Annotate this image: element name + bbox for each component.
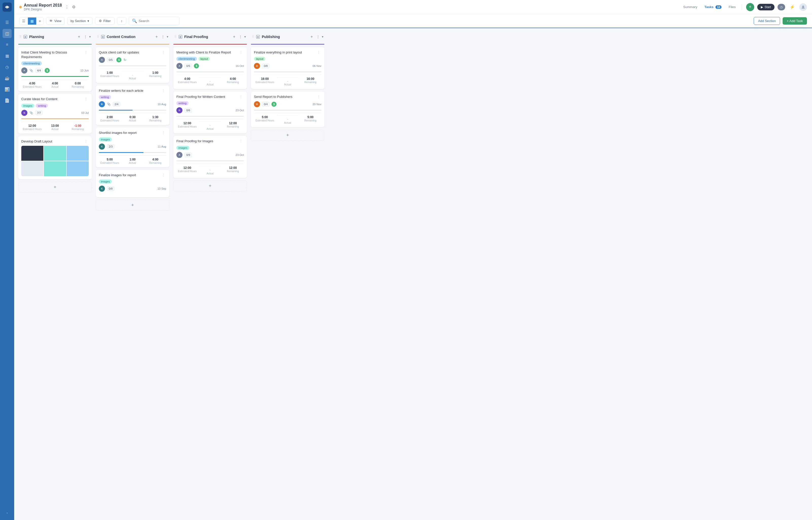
- tag-images[interactable]: images: [99, 137, 112, 141]
- view-toggle-group: ☰ ▦ ≡: [19, 17, 44, 25]
- column-add-button[interactable]: +: [154, 34, 159, 39]
- column-menu-dots[interactable]: ⋮: [161, 35, 165, 39]
- sidebar-item-time[interactable]: ◷: [3, 62, 12, 72]
- card-meta: A0/5$↻: [99, 57, 166, 63]
- card-menu-dots[interactable]: ⋮: [83, 97, 89, 101]
- card-c12[interactable]: Send Report to Publishers ⋮ D0/4$20 Nov …: [251, 92, 324, 127]
- column-add-button[interactable]: +: [232, 34, 237, 39]
- sidebar-item-coffee[interactable]: ☕: [3, 74, 12, 83]
- tag-clientmeeting[interactable]: clientmeeting: [21, 61, 42, 66]
- subtask-count: 4/4: [37, 69, 41, 72]
- card-menu-dots[interactable]: ⋮: [316, 95, 321, 99]
- project-settings-icon[interactable]: ⚙: [72, 5, 76, 9]
- card-menu-dots[interactable]: ⋮: [161, 173, 166, 177]
- card-c5[interactable]: Finalize writers for each article ⋮ writ…: [96, 85, 169, 125]
- clock-icon: ◷: [780, 5, 783, 9]
- card-c9[interactable]: Final Proofing for Written Content ⋮ wri…: [173, 92, 247, 133]
- card-c4[interactable]: Quick client call for updates ⋮ A0/5$↻ 1…: [96, 47, 169, 83]
- card-menu-dots[interactable]: ⋮: [238, 50, 244, 54]
- sidebar-item-reports[interactable]: 📊: [3, 85, 12, 94]
- tag-layout[interactable]: layout: [198, 57, 210, 61]
- card-hours: 2:00 Estimated Hours 0:30 Actual 1:30 Re…: [99, 113, 166, 122]
- column-collapse-button[interactable]: ▾: [322, 35, 323, 38]
- tag-writing[interactable]: writing: [177, 101, 189, 105]
- column-menu-dots[interactable]: ⋮: [316, 35, 320, 39]
- card-menu-dots[interactable]: ⋮: [161, 50, 166, 54]
- tag-layout[interactable]: layout: [254, 57, 265, 61]
- card-menu-dots[interactable]: ⋮: [238, 95, 244, 99]
- project-menu-dots[interactable]: ⋮: [64, 4, 70, 10]
- tag-images[interactable]: images: [177, 146, 189, 150]
- column-drag-handle[interactable]: ⠿: [252, 35, 254, 38]
- sidebar-item-tasks[interactable]: ≡: [3, 40, 12, 49]
- tag-writing[interactable]: writing: [36, 104, 48, 108]
- tag-clientmeeting[interactable]: clientmeeting: [177, 57, 197, 61]
- card-c7[interactable]: Finalize images for report ⋮ images C0/8…: [96, 170, 169, 197]
- sidebar-collapse-button[interactable]: ›: [3, 508, 12, 517]
- column-add-button[interactable]: +: [77, 34, 82, 39]
- column-collapse-button[interactable]: ▾: [167, 35, 168, 38]
- sidebar-item-docs[interactable]: 📄: [3, 96, 12, 105]
- card-c3[interactable]: Develop Draft Layout ⋮: [18, 136, 92, 179]
- tab-summary[interactable]: Summary: [681, 4, 700, 10]
- column-header-planning: ⠿ ▦ Planning + ⋮ ▾: [18, 32, 92, 41]
- lightning-button[interactable]: ⚡: [788, 3, 796, 11]
- card-c10[interactable]: Final Proofing for Images ⋮ images A0/92…: [173, 136, 247, 178]
- column-collapse-button[interactable]: ▾: [89, 35, 91, 38]
- sidebar-item-projects[interactable]: ◫: [3, 29, 12, 38]
- sidebar-item-calendar[interactable]: ▦: [3, 51, 12, 60]
- card-menu-dots[interactable]: ⋮: [161, 131, 166, 135]
- sidebar-item-list[interactable]: ☰: [3, 18, 12, 27]
- board-view-button[interactable]: ▦: [28, 18, 36, 25]
- column-drag-handle[interactable]: ⠿: [97, 35, 99, 38]
- app-logo[interactable]: [3, 3, 12, 12]
- card-menu-dots[interactable]: ⋮: [238, 139, 244, 143]
- estimated-hours-value: 12:00: [177, 122, 198, 125]
- column-menu-dots[interactable]: ⋮: [239, 35, 242, 39]
- card-menu-dots[interactable]: ⋮: [83, 139, 89, 143]
- view-selector[interactable]: 👁 View: [46, 17, 64, 25]
- column-add-button[interactable]: +: [309, 34, 314, 39]
- add-card-button-planning[interactable]: +: [18, 182, 92, 193]
- column-menu-dots[interactable]: ⋮: [84, 35, 87, 39]
- card-c11[interactable]: Finalize everything in print layout ⋮ la…: [251, 47, 324, 89]
- sort-button[interactable]: ↕: [117, 17, 127, 25]
- add-task-button[interactable]: + Add Task: [783, 17, 807, 25]
- tab-tasks[interactable]: Tasks 18: [702, 4, 724, 10]
- add-card-button-publishing[interactable]: +: [251, 130, 324, 141]
- start-button[interactable]: ▶ Start: [757, 4, 775, 10]
- search-input[interactable]: [139, 19, 176, 23]
- card-c6[interactable]: Shortlist images for report ⋮ images C2/…: [96, 128, 169, 167]
- card-menu-dots[interactable]: ⋮: [161, 88, 166, 93]
- estimated-hours: 12:00 Estimated Hours: [177, 122, 198, 130]
- subtask-badge: 0/8: [107, 186, 114, 191]
- column-progress-bar: [18, 44, 92, 45]
- add-section-button[interactable]: Add Section: [754, 17, 780, 25]
- tag-images[interactable]: images: [99, 180, 112, 184]
- actual-hours-label: Actual: [44, 85, 66, 88]
- time-button[interactable]: ◷: [778, 4, 785, 10]
- table-view-button[interactable]: ≡: [36, 18, 43, 25]
- user-avatar[interactable]: [799, 3, 807, 11]
- column-collapse-button[interactable]: ▾: [244, 35, 246, 38]
- tab-files[interactable]: Files: [727, 4, 737, 10]
- add-card-button-content-creation[interactable]: +: [96, 200, 169, 211]
- card-menu-dots[interactable]: ⋮: [316, 50, 321, 54]
- tag-writing[interactable]: writing: [99, 95, 111, 99]
- tag-images[interactable]: images: [21, 104, 34, 108]
- column-drag-handle[interactable]: ⠿: [19, 35, 22, 38]
- add-card-button-final-proofing[interactable]: +: [173, 181, 247, 191]
- subtask-badge: 7/7: [35, 110, 43, 115]
- filter-button[interactable]: ⚙ Filter: [95, 17, 114, 25]
- card-c2[interactable]: Curate Ideas for Content ⋮ imageswriting…: [18, 94, 92, 133]
- estimated-hours-value: 12:00: [177, 166, 198, 170]
- preview-cell: [21, 146, 43, 161]
- section-selector[interactable]: by Section ▾: [67, 17, 92, 25]
- filter-icon: ⚙: [99, 19, 102, 23]
- card-c8[interactable]: Meeting with Client to Finalize Report ⋮…: [173, 47, 247, 89]
- add-button[interactable]: +: [746, 3, 754, 11]
- column-drag-handle[interactable]: ⠿: [174, 35, 177, 38]
- card-c1[interactable]: Initial Client Meeting to Discuss Requir…: [18, 47, 92, 91]
- card-menu-dots[interactable]: ⋮: [83, 50, 89, 54]
- list-view-button[interactable]: ☰: [20, 18, 28, 25]
